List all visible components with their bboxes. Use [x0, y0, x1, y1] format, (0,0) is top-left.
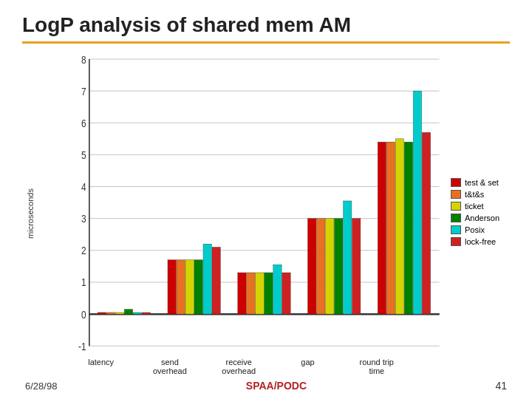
legend-label: test & set: [465, 178, 499, 187]
svg-rect-41: [316, 219, 324, 314]
legend-color-box: [451, 202, 461, 211]
svg-rect-36: [256, 273, 264, 314]
legend-item: ticket: [451, 202, 510, 211]
legend-label: Posix: [465, 225, 485, 234]
svg-rect-29: [177, 260, 185, 314]
svg-text:1: 1: [81, 276, 86, 289]
svg-rect-50: [413, 91, 421, 314]
svg-rect-25: [124, 310, 132, 314]
svg-rect-38: [273, 265, 282, 314]
legend-item: Anderson: [451, 214, 510, 222]
legend-item: t&t&s: [451, 190, 510, 199]
svg-rect-51: [422, 132, 430, 314]
svg-rect-47: [386, 142, 395, 314]
svg-text:4: 4: [81, 181, 86, 194]
svg-rect-35: [247, 273, 255, 314]
legend-label: Anderson: [465, 214, 499, 222]
legend-color-box: [451, 190, 461, 199]
legend-label: t&t&s: [465, 190, 484, 199]
svg-text:8: 8: [81, 53, 86, 66]
svg-text:3: 3: [81, 213, 86, 225]
legend-item: test & set: [451, 178, 510, 187]
svg-rect-24: [115, 313, 123, 314]
x-axis-label: latency: [66, 358, 135, 375]
x-axis-label: receiveoverhead: [205, 358, 273, 375]
svg-rect-44: [343, 201, 351, 314]
y-axis-label-container: microseconds: [22, 51, 38, 375]
svg-rect-39: [282, 273, 290, 314]
y-axis-label: microseconds: [26, 188, 35, 239]
svg-rect-42: [325, 219, 333, 314]
svg-rect-26: [133, 313, 141, 314]
svg-text:7: 7: [81, 85, 86, 98]
svg-text:6: 6: [81, 117, 86, 129]
legend-item: lock-free: [451, 237, 510, 246]
svg-rect-30: [185, 260, 194, 314]
legend-label: lock-free: [465, 237, 496, 246]
svg-rect-34: [238, 273, 246, 314]
svg-rect-31: [194, 260, 202, 314]
svg-rect-37: [265, 273, 273, 314]
chart-plot-area: 876543210-1: [61, 51, 443, 356]
svg-rect-46: [378, 142, 386, 314]
svg-rect-28: [168, 260, 176, 314]
legend-color-box: [451, 237, 461, 246]
footer-page: 41: [495, 380, 507, 392]
x-axis-label: round triptime: [342, 358, 411, 375]
svg-rect-48: [395, 139, 403, 314]
svg-rect-49: [404, 142, 412, 314]
legend-label: ticket: [465, 202, 484, 211]
svg-rect-40: [307, 219, 316, 314]
page-title: LogP analysis of shared mem AM: [22, 13, 510, 37]
svg-text:0: 0: [81, 308, 86, 321]
legend-color-box: [451, 178, 461, 187]
svg-text:5: 5: [81, 149, 86, 162]
svg-rect-33: [212, 248, 220, 315]
svg-text:-1: -1: [78, 340, 86, 352]
footer-center: SPAA/PODC: [246, 380, 307, 392]
footer-date: 6/28/98: [25, 381, 57, 392]
svg-text:2: 2: [81, 245, 86, 257]
x-axis-label: gap: [273, 358, 342, 375]
svg-rect-45: [352, 219, 360, 314]
svg-rect-32: [203, 244, 211, 314]
title-divider: [22, 41, 510, 44]
svg-rect-22: [98, 313, 106, 314]
legend-item: Posix: [451, 225, 510, 234]
svg-rect-27: [142, 313, 150, 314]
chart-legend: test & sett&t&sticketAndersonPosixlock-f…: [451, 51, 510, 375]
legend-color-box: [451, 214, 461, 222]
svg-rect-43: [334, 219, 342, 314]
svg-rect-23: [106, 313, 115, 314]
legend-color-box: [451, 225, 461, 234]
x-axis-label: sendoverhead: [135, 358, 204, 375]
